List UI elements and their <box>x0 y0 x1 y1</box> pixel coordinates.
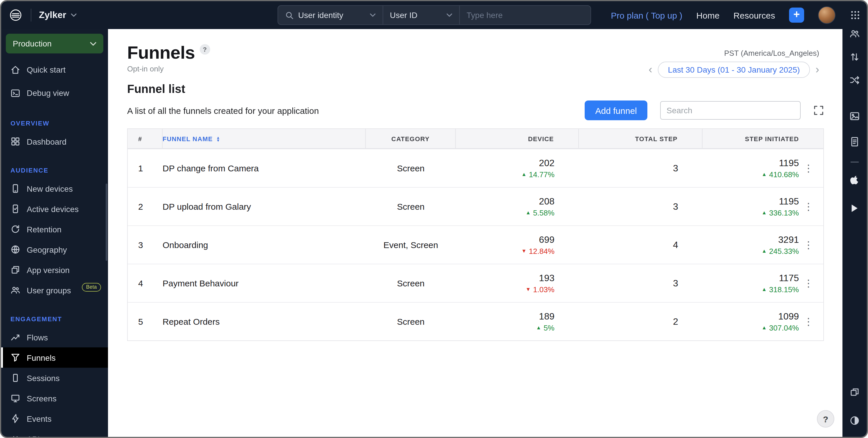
search-input[interactable] <box>460 6 590 24</box>
row-menu-icon[interactable]: ⋮ <box>801 238 816 252</box>
events-icon <box>10 414 20 424</box>
sidebar-item-active-devices[interactable]: Active devices <box>1 199 108 219</box>
home-link[interactable]: Home <box>696 10 720 20</box>
sidebar-item-geography[interactable]: Geography <box>1 239 108 260</box>
date-next-icon[interactable]: › <box>815 64 819 75</box>
user-groups-icon <box>10 285 20 295</box>
col-index: # <box>128 129 162 148</box>
add-funnel-button[interactable]: Add funnel <box>585 100 647 120</box>
sidebar-item-apis[interactable]: APIs <box>1 429 108 437</box>
sidebar-item-label: Debug view <box>27 88 69 97</box>
device-cell: 189 ▲5% <box>456 303 579 341</box>
trend-arrow-icon: ▲ <box>525 210 531 215</box>
row-index: 2 <box>128 187 162 225</box>
org-switcher[interactable]: Zylker <box>39 10 76 20</box>
col-category: CATEGORY <box>366 129 456 148</box>
row-menu-icon[interactable]: ⋮ <box>801 161 816 175</box>
table-row[interactable]: 3 Onboarding Event, Screen 699 ▼12.84% 4… <box>128 225 823 264</box>
google-play-icon[interactable] <box>849 202 861 214</box>
report-icon[interactable] <box>849 136 861 148</box>
timezone-label: PST (America/Los_Angeles) <box>649 49 819 58</box>
funnel-category: Event, Screen <box>366 226 456 264</box>
device-count: 202 <box>539 158 555 168</box>
org-name: Zylker <box>39 10 66 20</box>
add-button[interactable]: + <box>789 7 804 23</box>
users-icon[interactable] <box>849 28 861 39</box>
table-row[interactable]: 1 DP change from Camera Screen 202 ▲14.7… <box>128 149 823 187</box>
sidebar-item-quick-start[interactable]: Quick start <box>1 58 108 81</box>
step-initiated-count: 1195 <box>779 158 799 168</box>
device-cell: 202 ▲14.77% <box>456 149 579 187</box>
funnel-category: Screen <box>366 187 456 225</box>
environment-select[interactable]: Production <box>6 34 103 53</box>
search-field-dropdown[interactable]: User ID <box>382 6 459 24</box>
sidebar-item-flows[interactable]: Flows <box>1 327 108 347</box>
sidebar-item-user-groups[interactable]: User groups Beta <box>1 280 108 300</box>
table-row[interactable]: 4 Payment Behaviour Screen 193 ▼1.03% 3 … <box>128 264 823 302</box>
date-range-selector[interactable]: Last 30 Days (01 - 30 January 2025) <box>658 62 810 78</box>
sidebar-item-screens[interactable]: Screens <box>1 388 108 408</box>
device-trend: ▲5.58% <box>525 208 555 217</box>
topbar-right: Pro plan ( Top up ) Home Resources + <box>611 6 860 24</box>
table-row[interactable]: 2 DP upload from Galary Screen 208 ▲5.58… <box>128 187 823 225</box>
title-help-icon[interactable]: ? <box>200 44 210 55</box>
row-menu-icon[interactable]: ⋮ <box>801 314 816 329</box>
sidebar-nav-overview: Dashboard <box>1 131 108 152</box>
total-step: 4 <box>579 226 703 264</box>
beta-badge: Beta <box>82 283 101 292</box>
funnel-list-description: A list of all the funnels created for yo… <box>127 106 319 115</box>
app-version-icon <box>10 265 20 275</box>
step-trend: ▲410.68% <box>762 170 799 179</box>
apps-grid-icon[interactable] <box>850 10 860 20</box>
transfer-icon[interactable] <box>849 51 861 63</box>
funnel-category: Screen <box>366 149 456 187</box>
funnel-category: Screen <box>366 303 456 341</box>
apple-icon[interactable] <box>849 174 861 186</box>
sidebar-item-retention[interactable]: Retention <box>1 219 108 239</box>
theme-toggle-icon[interactable] <box>849 415 861 427</box>
sidebar-scrollbar-thumb[interactable] <box>106 183 107 261</box>
device-trend: ▼12.84% <box>521 246 555 255</box>
sidebar-item-events[interactable]: Events <box>1 408 108 429</box>
sidebar-item-app-version[interactable]: App version <box>1 260 108 280</box>
avatar[interactable] <box>818 6 836 24</box>
pro-plan-link[interactable]: Pro plan ( Top up ) <box>611 10 682 20</box>
sidebar-item-label: Active devices <box>27 204 79 213</box>
device-cell: 193 ▼1.03% <box>456 264 579 302</box>
section-label-audience: AUDIENCE <box>1 167 108 175</box>
date-prev-icon[interactable]: ‹ <box>649 64 652 75</box>
trend-arrow-icon: ▲ <box>762 210 767 215</box>
fullscreen-icon[interactable] <box>813 105 824 116</box>
copy-icon[interactable] <box>849 386 861 398</box>
flows-icon <box>10 332 20 342</box>
viewport: Zylker User identity User ID Pro plan ( … <box>0 0 868 438</box>
shuffle-icon[interactable] <box>849 75 861 86</box>
home-icon <box>10 65 20 75</box>
chevron-down-icon <box>370 13 375 17</box>
help-button[interactable]: ? <box>817 410 834 428</box>
sidebar-item-funnels[interactable]: Funnels <box>1 347 108 368</box>
funnel-name: Repeat Orders <box>162 303 366 341</box>
col-funnel-name[interactable]: FUNNEL NAME ▲▼ <box>162 129 366 148</box>
gallery-icon[interactable] <box>849 110 861 122</box>
row-menu-icon[interactable]: ⋮ <box>801 199 816 214</box>
sidebar-item-label: Geography <box>27 245 67 254</box>
main-content: PST (America/Los_Angeles) ‹ Last 30 Days… <box>108 29 842 437</box>
retention-icon <box>10 224 20 234</box>
funnel-list-heading: Funnel list <box>127 83 824 96</box>
sidebar-item-label: New devices <box>27 184 73 193</box>
sidebar-item-sessions[interactable]: Sessions <box>1 368 108 388</box>
sidebar-item-dashboard[interactable]: Dashboard <box>1 131 108 152</box>
funnel-search-input[interactable] <box>660 101 801 120</box>
sidebar-item-debug-view[interactable]: Debug view <box>1 81 108 105</box>
search-scope-dropdown[interactable]: User identity <box>278 6 382 24</box>
api-icon <box>10 434 20 437</box>
search-field-label: User ID <box>390 10 441 20</box>
table-row[interactable]: 5 Repeat Orders Screen 189 ▲5% 2 1099 ▲3… <box>128 302 823 341</box>
trend-arrow-icon: ▲ <box>762 172 767 177</box>
resources-link[interactable]: Resources <box>734 10 775 20</box>
sidebar-item-new-devices[interactable]: New devices <box>1 178 108 199</box>
sidebar-item-label: Retention <box>27 225 62 234</box>
row-menu-icon[interactable]: ⋮ <box>801 276 816 290</box>
apptics-logo-icon[interactable] <box>8 7 23 23</box>
